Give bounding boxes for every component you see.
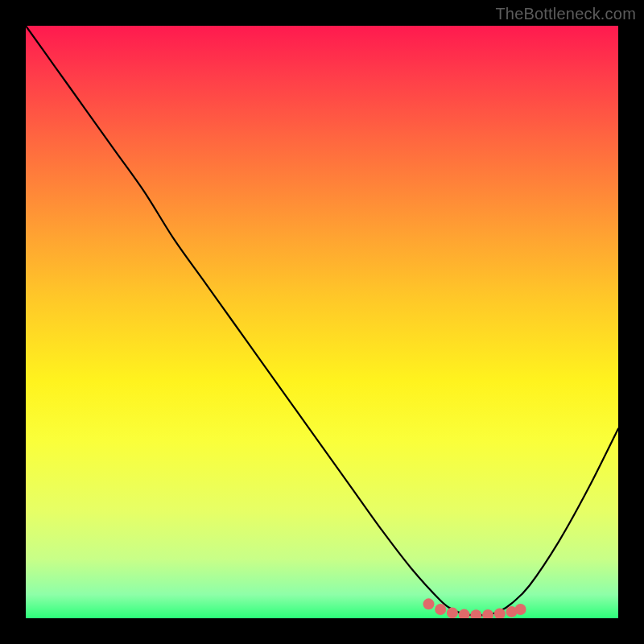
optimal-marker bbox=[459, 609, 470, 618]
watermark-label: TheBottleneck.com bbox=[495, 5, 636, 23]
optimal-marker bbox=[435, 604, 446, 615]
plot-area bbox=[26, 26, 618, 618]
chart-frame: TheBottleneck.com bbox=[0, 0, 644, 644]
optimal-marker bbox=[423, 598, 434, 609]
optimal-zone-markers bbox=[423, 598, 526, 618]
optimal-marker bbox=[470, 609, 481, 618]
optimal-marker bbox=[515, 604, 526, 615]
optimal-marker bbox=[482, 609, 493, 618]
bottleneck-curve bbox=[26, 26, 618, 615]
optimal-marker bbox=[447, 607, 458, 618]
curve-svg bbox=[26, 26, 618, 618]
